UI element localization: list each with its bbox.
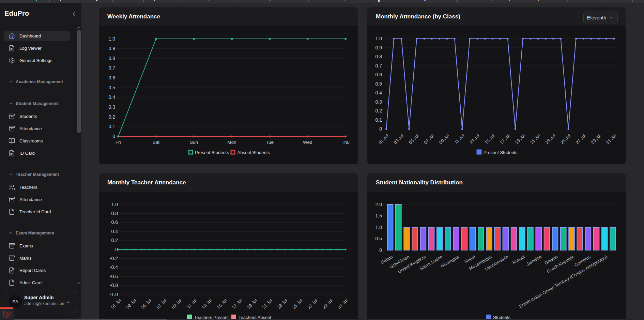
svg-text:Present Students: Present Students (484, 150, 518, 155)
svg-text:01 Jul: 01 Jul (378, 133, 389, 145)
svg-text:17 Jul: 17 Jul (499, 133, 511, 145)
svg-text:03 Jul: 03 Jul (125, 298, 137, 310)
svg-text:Mon: Mon (227, 140, 236, 145)
svg-text:1.0: 1.0 (111, 202, 118, 207)
svg-text:0.8: 0.8 (375, 54, 382, 59)
svg-text:0.5: 0.5 (375, 236, 382, 241)
svg-text:Present Students: Present Students (195, 150, 229, 155)
svg-text:09 Jul: 09 Jul (438, 133, 450, 145)
svg-text:0.4: 0.4 (375, 90, 382, 95)
svg-text:Czech Republic: Czech Republic (546, 254, 576, 274)
svg-text:-0.4: -0.4 (110, 264, 118, 270)
svg-text:31 Jul: 31 Jul (337, 298, 349, 310)
svg-text:17 Jul: 17 Jul (231, 298, 243, 310)
svg-text:0.8: 0.8 (109, 56, 116, 61)
svg-text:09 Jul: 09 Jul (170, 298, 182, 310)
svg-text:13 Jul: 13 Jul (469, 133, 480, 145)
svg-text:0.2: 0.2 (111, 238, 118, 243)
svg-text:21 Jul: 21 Jul (529, 133, 541, 145)
svg-text:1.0: 1.0 (375, 36, 382, 41)
svg-text:27 Jul: 27 Jul (306, 298, 318, 310)
svg-text:25 Jul: 25 Jul (291, 298, 303, 310)
svg-text:23 Jul: 23 Jul (545, 133, 556, 145)
svg-text:15 Jul: 15 Jul (216, 298, 228, 310)
svg-text:-0.2: -0.2 (110, 256, 118, 261)
svg-text:1.0: 1.0 (375, 225, 382, 230)
svg-text:01 Jul: 01 Jul (110, 298, 122, 310)
svg-text:1.0: 1.0 (109, 36, 116, 42)
svg-text:0.8: 0.8 (111, 211, 118, 216)
svg-text:19 Jul: 19 Jul (514, 133, 526, 145)
svg-text:05 Jul: 05 Jul (408, 133, 420, 145)
svg-text:0.7: 0.7 (109, 65, 116, 71)
svg-text:25 Jul: 25 Jul (559, 133, 571, 145)
svg-text:0.1: 0.1 (375, 117, 382, 123)
svg-text:0.2: 0.2 (109, 114, 116, 120)
svg-text:07 Jul: 07 Jul (155, 298, 167, 310)
svg-text:0.5: 0.5 (375, 81, 382, 87)
svg-text:19 Jul: 19 Jul (246, 298, 258, 310)
svg-text:29 Jul: 29 Jul (322, 298, 334, 310)
svg-text:0.6: 0.6 (375, 72, 382, 77)
svg-text:0.3: 0.3 (375, 99, 382, 105)
svg-text:15 Jul: 15 Jul (484, 133, 495, 145)
svg-text:13 Jul: 13 Jul (201, 298, 213, 310)
svg-text:Wed: Wed (303, 140, 312, 145)
svg-text:0.3: 0.3 (109, 104, 116, 110)
svg-text:United Kingdom: United Kingdom (397, 254, 427, 274)
svg-text:Nepal: Nepal (464, 254, 476, 264)
svg-text:23 Jul: 23 Jul (276, 298, 288, 310)
svg-text:0: 0 (379, 126, 382, 132)
svg-text:0.1: 0.1 (109, 124, 116, 129)
svg-text:0.7: 0.7 (375, 63, 382, 68)
svg-text:29 Jul: 29 Jul (590, 133, 602, 145)
svg-text:Fri: Fri (116, 140, 121, 145)
svg-text:0.4: 0.4 (109, 94, 116, 100)
svg-text:1.5: 1.5 (375, 213, 382, 218)
svg-text:0.4: 0.4 (111, 229, 118, 234)
svg-text:0.9: 0.9 (109, 46, 116, 51)
svg-text:Thu: Thu (341, 140, 349, 145)
svg-text:-1.0: -1.0 (110, 292, 118, 297)
svg-text:0.2: 0.2 (375, 108, 382, 113)
svg-text:0: 0 (112, 134, 115, 139)
svg-text:0.9: 0.9 (375, 45, 382, 50)
svg-text:11 Jul: 11 Jul (454, 133, 465, 145)
svg-text:-0.8: -0.8 (110, 283, 118, 288)
svg-text:03 Jul: 03 Jul (393, 133, 404, 145)
svg-text:0.5: 0.5 (109, 85, 116, 90)
svg-text:Sun: Sun (190, 140, 198, 145)
svg-text:21 Jul: 21 Jul (261, 298, 273, 310)
svg-text:0: 0 (115, 247, 118, 252)
svg-text:11 Jul: 11 Jul (186, 298, 198, 310)
svg-text:2.0: 2.0 (375, 202, 382, 207)
svg-text:Sat: Sat (153, 140, 160, 145)
svg-text:Jamaica: Jamaica (525, 254, 542, 267)
svg-text:05 Jul: 05 Jul (140, 298, 152, 310)
svg-text:31 Jul: 31 Jul (605, 133, 617, 145)
svg-text:-0.6: -0.6 (110, 274, 118, 279)
svg-text:0.6: 0.6 (109, 75, 116, 80)
svg-text:27 Jul: 27 Jul (575, 133, 587, 145)
svg-text:0.6: 0.6 (111, 219, 118, 225)
svg-text:Nicaragua: Nicaragua (440, 254, 460, 269)
svg-text:Kuwait: Kuwait (511, 254, 526, 265)
svg-text:0: 0 (379, 247, 382, 253)
svg-text:Tue: Tue (266, 140, 274, 145)
svg-text:Absent Students: Absent Students (237, 150, 270, 155)
svg-text:07 Jul: 07 Jul (423, 133, 435, 145)
